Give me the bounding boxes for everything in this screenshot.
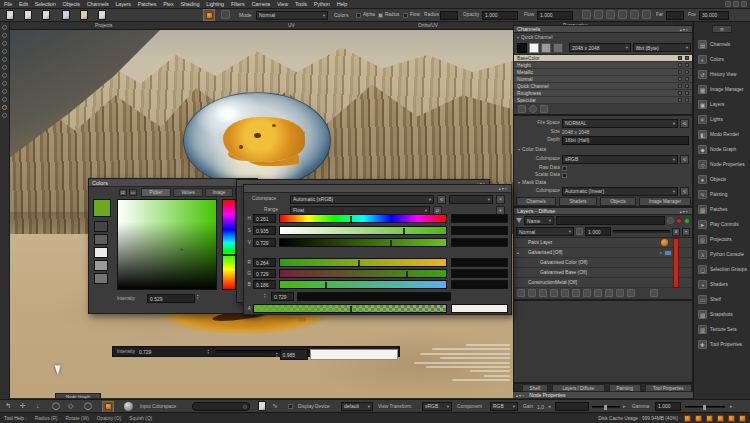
sidebar-item-channels[interactable]: ▤Channels — [694, 37, 750, 52]
window-controls[interactable]: ▴▾× — [516, 393, 525, 398]
tool-icon[interactable] — [2, 57, 7, 62]
layers-scrollbar[interactable] — [673, 238, 679, 288]
hue-strip[interactable] — [222, 199, 236, 290]
collapse-arrow-icon[interactable]: ▾ — [517, 35, 519, 40]
step-arrow-icon[interactable]: ▸ — [730, 403, 733, 409]
swatch-grey-light[interactable] — [541, 43, 551, 53]
v-value-field[interactable]: 0.729 — [253, 238, 276, 247]
ellipse-icon[interactable]: ◯ — [84, 402, 92, 410]
secondary-dropdown[interactable] — [449, 195, 493, 204]
tab-channels[interactable]: Channels — [516, 197, 556, 206]
dock-tab-shelf[interactable]: Shelf — [522, 384, 548, 392]
active-paint-tool-button[interactable] — [102, 401, 114, 413]
menu-lighting[interactable]: Lighting — [206, 1, 224, 7]
exposure-slider[interactable] — [592, 406, 620, 408]
depth-field[interactable]: 16bit (Half) — [562, 136, 689, 145]
sliders-titlebar[interactable]: ▴▾× — [244, 185, 511, 193]
swatch-grey-dark[interactable] — [553, 43, 563, 53]
input-colorspace-field[interactable]: ◎ — [192, 402, 250, 411]
add-channel-icon[interactable] — [518, 105, 526, 113]
sidebar-item-image-manager[interactable]: ▦Image Manager — [694, 82, 750, 97]
value-slider[interactable] — [279, 238, 447, 247]
mask-colorspace-dropdown[interactable]: Automatic (linear) — [562, 187, 678, 196]
tool-icon[interactable] — [2, 49, 7, 54]
green-slider[interactable] — [279, 269, 447, 278]
sidebar-item-layers[interactable]: ▣Layers — [694, 97, 750, 112]
next-arrow-icon[interactable]: ▸ — [623, 403, 626, 409]
sidebar-item-history-view[interactable]: ↺History View — [694, 67, 750, 82]
long-entry-field[interactable] — [297, 292, 451, 301]
layers-panel-titlebar[interactable]: Layers - Diffuse ▴▾× — [514, 208, 692, 215]
sidebar-item-shaders[interactable]: ◑Shaders — [694, 277, 750, 292]
fov-field[interactable]: 30.000 — [699, 11, 729, 20]
h-entry-field[interactable] — [451, 214, 508, 223]
sidebar-item-painting[interactable]: ✎Painting — [694, 187, 750, 202]
radius-field[interactable] — [440, 11, 458, 20]
b-entry-field[interactable] — [451, 280, 508, 289]
tool-icon[interactable] — [2, 65, 7, 70]
sidebar-item-objects[interactable]: ●Objects — [694, 172, 750, 187]
sidebar-item-lights[interactable]: ☀Lights — [694, 112, 750, 127]
status-icon[interactable] — [717, 415, 724, 422]
layer-action-icon[interactable] — [561, 289, 569, 297]
intensity-bar-stepper[interactable]: ▴▾ — [207, 349, 209, 355]
menu-patches[interactable]: Patches — [138, 1, 156, 7]
raw-data-checkbox[interactable] — [562, 166, 567, 171]
far-field[interactable] — [666, 11, 684, 20]
tab-image[interactable]: Image — [205, 188, 233, 197]
swatch-black[interactable] — [517, 43, 527, 53]
viewport-tab-projects[interactable]: Projects — [95, 23, 112, 28]
menu-tools[interactable]: Tools — [295, 1, 307, 7]
hue-slider[interactable] — [279, 214, 447, 223]
swatch-white[interactable] — [529, 43, 539, 53]
layer-search-input[interactable] — [556, 216, 665, 225]
menu-shading[interactable]: Shading — [180, 1, 199, 7]
move-icon[interactable]: ✛ — [20, 402, 26, 410]
glass-sphere-object[interactable] — [183, 92, 331, 189]
color-swatch[interactable] — [94, 273, 108, 284]
channel-size-dropdown[interactable]: 2048 x 2048 — [569, 43, 631, 52]
layer-action-icon[interactable] — [627, 289, 635, 297]
window-layout-buttons[interactable] — [725, 1, 747, 7]
delete-layer-icon[interactable] — [650, 289, 658, 297]
color-colorspace-dropdown[interactable]: sRGB — [562, 155, 678, 164]
symmetry-icon[interactable] — [606, 10, 615, 19]
import-icon[interactable] — [62, 10, 70, 20]
paint-buffer-icon[interactable] — [618, 10, 627, 19]
file-space-dropdown[interactable]: NORMAL — [562, 119, 678, 128]
channel-row[interactable]: Quick Channel — [514, 83, 692, 90]
menu-camera[interactable]: Camera — [252, 1, 270, 7]
value-stepper[interactable]: ▴▾ — [264, 293, 266, 299]
layer-row-child[interactable]: Galvanised Color (Off) — [514, 258, 692, 268]
filter-type-dropdown[interactable]: Name — [524, 216, 554, 225]
channel-row[interactable]: Height — [514, 62, 692, 69]
tab-values[interactable]: Values — [173, 188, 203, 197]
menu-view[interactable]: View — [277, 1, 288, 7]
viewport-tab-uv[interactable]: UV — [288, 23, 295, 28]
layer-row-child[interactable]: Galvanised Base (Off) — [514, 268, 692, 278]
sidebar-item-texture-sets[interactable]: ▥Texture Sets — [694, 322, 750, 337]
dock-tab-tool-properties[interactable]: Tool Properties — [645, 384, 692, 392]
tab-picker[interactable]: Picker — [141, 188, 171, 197]
layer-action-icon[interactable] — [583, 289, 591, 297]
tool-icon[interactable] — [2, 25, 7, 30]
remove-channel-icon[interactable] — [540, 105, 548, 113]
menu-layers[interactable]: Layers — [115, 1, 130, 7]
value-spinner-stepper[interactable]: ▴▾ — [276, 352, 278, 358]
sidebar-item-tool-properties[interactable]: ✚Tool Properties — [694, 337, 750, 352]
layer-action-icon[interactable] — [605, 289, 613, 297]
exposure-field[interactable] — [555, 402, 589, 411]
blend-mode-dropdown[interactable]: Normal — [516, 227, 574, 236]
layer-row-group[interactable]: •Galvanised [Off] ▸ — [514, 248, 692, 258]
sidebar-item-node-graph[interactable]: ◆Node Graph — [694, 142, 750, 157]
palettes-header-icon[interactable]: ⊞ — [712, 25, 732, 33]
export-icon[interactable] — [80, 10, 88, 20]
flow-slider[interactable]: 1.000 — [537, 11, 573, 20]
new-project-icon[interactable] — [6, 10, 14, 20]
component-dropdown[interactable]: RGB — [490, 402, 518, 411]
scalar-data-checkbox[interactable] — [562, 173, 567, 178]
sidebar-item-patches[interactable]: ▧Patches — [694, 202, 750, 217]
layer-action-icon[interactable] — [517, 289, 525, 297]
channel-row[interactable]: Roughness — [514, 90, 692, 97]
tool-icon[interactable] — [2, 73, 7, 78]
